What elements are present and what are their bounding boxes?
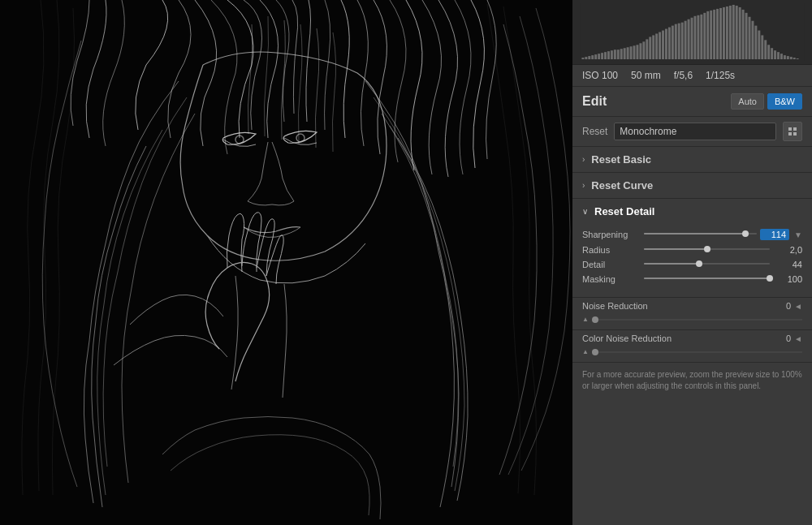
detail-content: Sharpening 114 ▼ Radius bbox=[572, 224, 812, 297]
svg-rect-14 bbox=[614, 49, 616, 59]
svg-rect-23 bbox=[642, 41, 645, 59]
noise-collapse-icon[interactable]: ◄ bbox=[794, 302, 802, 311]
reset-detail-section: ∨ Reset Detail Sharpening 114 ▼ bbox=[572, 199, 812, 298]
noise-header: Noise Reduction 0 ◄ bbox=[582, 301, 802, 311]
radius-value: 2,0 bbox=[773, 245, 802, 255]
svg-rect-65 bbox=[777, 52, 780, 59]
curve-title: Reset Curve bbox=[591, 179, 653, 191]
color-noise-expand-row: ▲ bbox=[582, 346, 802, 357]
info-paragraph: For a more accurate preview, zoom the pr… bbox=[582, 369, 802, 392]
camera-info-bar: ISO 100 50 mm f/5,6 1/125s bbox=[572, 65, 812, 87]
reset-curve-section: › Reset Curve bbox=[572, 173, 812, 199]
svg-rect-33 bbox=[675, 24, 677, 59]
svg-rect-25 bbox=[649, 37, 651, 59]
detail-slider-row: Detail 44 bbox=[582, 260, 802, 269]
svg-rect-55 bbox=[745, 13, 748, 59]
profile-grid-button[interactable] bbox=[783, 122, 802, 141]
svg-rect-51 bbox=[732, 5, 735, 59]
detail-arrow: ∨ bbox=[582, 207, 588, 216]
svg-rect-36 bbox=[685, 21, 687, 59]
svg-rect-50 bbox=[729, 6, 732, 59]
svg-rect-5 bbox=[585, 57, 587, 59]
sharpening-row: Sharpening 114 ▼ bbox=[582, 229, 802, 240]
svg-rect-32 bbox=[672, 26, 674, 59]
svg-rect-11 bbox=[604, 52, 607, 59]
panel-scroll[interactable]: Edit Auto B&W Reset Monochrome bbox=[572, 87, 812, 525]
masking-slider[interactable] bbox=[644, 278, 770, 281]
svg-rect-44 bbox=[710, 11, 712, 59]
noise-expand-triangle[interactable]: ▲ bbox=[582, 316, 589, 323]
svg-rect-61 bbox=[764, 40, 767, 59]
svg-rect-13 bbox=[611, 50, 613, 59]
right-panel: ISO 100 50 mm f/5,6 1/125s Edit Auto B&W… bbox=[572, 0, 812, 525]
svg-rect-74 bbox=[788, 132, 792, 136]
curve-arrow: › bbox=[582, 181, 585, 190]
iso-value: ISO 100 bbox=[582, 70, 618, 81]
edit-title: Edit bbox=[582, 94, 607, 109]
svg-rect-22 bbox=[639, 43, 641, 59]
svg-rect-53 bbox=[739, 7, 741, 59]
color-noise-collapse-icon[interactable]: ◄ bbox=[794, 334, 802, 343]
svg-rect-75 bbox=[793, 132, 797, 136]
bw-button[interactable]: B&W bbox=[767, 93, 802, 110]
svg-rect-9 bbox=[598, 54, 600, 59]
radius-label: Radius bbox=[582, 245, 641, 255]
color-noise-reduction-section: Color Noise Reduction 0 ◄ ▲ bbox=[572, 330, 812, 363]
detail-title: Reset Detail bbox=[594, 205, 654, 217]
svg-rect-52 bbox=[736, 6, 738, 59]
color-noise-value: 0 bbox=[786, 334, 791, 343]
svg-rect-21 bbox=[636, 45, 638, 59]
svg-rect-64 bbox=[774, 50, 776, 59]
histogram bbox=[572, 0, 812, 65]
svg-rect-35 bbox=[681, 23, 684, 59]
sharpening-arrow: ▼ bbox=[794, 230, 802, 239]
svg-rect-66 bbox=[780, 54, 783, 59]
color-noise-header: Color Noise Reduction 0 ◄ bbox=[582, 334, 802, 343]
shutter-speed: 1/125s bbox=[706, 70, 735, 81]
svg-rect-47 bbox=[719, 8, 722, 59]
detail-slider[interactable] bbox=[644, 263, 770, 266]
radius-row: Radius 2,0 bbox=[582, 245, 802, 255]
svg-rect-30 bbox=[665, 29, 667, 59]
svg-rect-46 bbox=[716, 9, 719, 59]
svg-rect-4 bbox=[581, 58, 584, 59]
auto-button[interactable]: Auto bbox=[731, 93, 764, 110]
svg-rect-20 bbox=[633, 45, 636, 59]
svg-rect-12 bbox=[607, 51, 610, 59]
svg-rect-56 bbox=[749, 17, 751, 59]
svg-rect-7 bbox=[591, 55, 594, 59]
noise-value: 0 bbox=[786, 301, 791, 311]
sharpening-slider[interactable] bbox=[644, 233, 757, 236]
svg-rect-63 bbox=[771, 48, 773, 59]
svg-rect-18 bbox=[627, 47, 629, 59]
svg-rect-73 bbox=[793, 127, 797, 131]
svg-rect-49 bbox=[726, 6, 728, 59]
svg-rect-38 bbox=[691, 18, 693, 59]
color-noise-expand-triangle[interactable]: ▲ bbox=[582, 348, 589, 355]
svg-rect-67 bbox=[784, 55, 786, 59]
color-noise-label: Color Noise Reduction bbox=[582, 334, 672, 343]
svg-rect-28 bbox=[659, 32, 661, 60]
svg-rect-43 bbox=[706, 11, 709, 59]
svg-rect-69 bbox=[790, 57, 793, 59]
profile-row: Reset Monochrome bbox=[572, 117, 812, 147]
svg-rect-10 bbox=[601, 53, 603, 59]
reset-basic-header[interactable]: › Reset Basic bbox=[572, 147, 812, 172]
reset-curve-header[interactable]: › Reset Curve bbox=[572, 173, 812, 198]
masking-row: Masking 100 bbox=[582, 274, 802, 284]
svg-rect-37 bbox=[688, 19, 690, 59]
reset-detail-header[interactable]: ∨ Reset Detail bbox=[572, 199, 812, 224]
noise-expand-row: ▲ bbox=[582, 314, 802, 325]
svg-rect-40 bbox=[697, 15, 699, 59]
svg-rect-34 bbox=[678, 24, 680, 59]
svg-rect-29 bbox=[662, 31, 664, 60]
svg-rect-27 bbox=[655, 33, 658, 59]
color-noise-value-area: 0 ◄ bbox=[786, 334, 802, 343]
profile-select[interactable]: Monochrome bbox=[614, 123, 776, 140]
masking-value: 100 bbox=[773, 274, 802, 284]
svg-rect-62 bbox=[767, 45, 770, 59]
radius-slider[interactable] bbox=[644, 248, 770, 252]
info-text-area: For a more accurate preview, zoom the pr… bbox=[572, 363, 812, 398]
svg-rect-15 bbox=[617, 49, 620, 59]
detail-label: Detail bbox=[582, 260, 641, 269]
